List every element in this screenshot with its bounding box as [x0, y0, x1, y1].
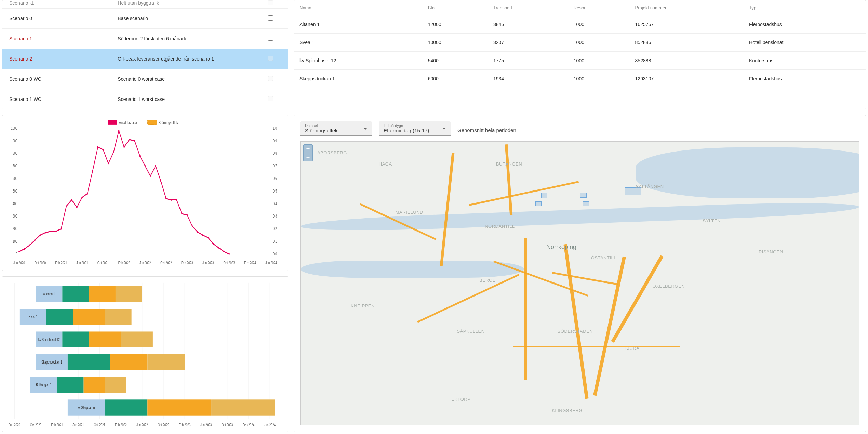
svg-point-45: [71, 199, 72, 201]
map-view[interactable]: Norrköping HAGABUTÄNGENABORSBERGSALTÄNGE…: [300, 141, 859, 425]
svg-point-48: [87, 193, 88, 195]
scenario-checkbox[interactable]: [268, 15, 273, 21]
svg-text:Jun 2021: Jun 2021: [76, 261, 88, 265]
cell-namn: Altanen 1: [294, 15, 423, 34]
map-polygon[interactable]: [583, 201, 589, 206]
col-projekt[interactable]: Projekt nummer: [630, 0, 744, 15]
svg-text:Jun 2023: Jun 2023: [202, 261, 214, 265]
map-aggregate-text: Genomsnitt hela perioden: [457, 124, 516, 133]
table-row[interactable]: Skeppsdockan 16000193410001293107Flerbos…: [294, 70, 866, 88]
map-district-label: KLINGSBERG: [552, 408, 583, 413]
project-table: Namn Bta Transport Resor Projekt nummer …: [294, 0, 866, 88]
svg-point-57: [134, 140, 135, 142]
scenario-name: Scenario -1: [2, 0, 111, 9]
dataset-select[interactable]: Dataset Störningseffekt: [300, 121, 372, 136]
svg-text:Oct 2021: Oct 2021: [97, 261, 109, 265]
map-road: [513, 346, 680, 347]
map-controls: Dataset Störningseffekt Tid på dygn Efte…: [300, 121, 859, 136]
trucks-line-chart[interactable]: 010020030040050060070080090010000.00.10.…: [5, 118, 285, 268]
cell-projekt: 1293107: [630, 70, 744, 88]
cell-typ: Flerbostadshus: [744, 70, 866, 88]
svg-point-35: [18, 251, 19, 252]
cell-namn: Skeppsdockan 1: [294, 70, 423, 88]
table-row[interactable]: kv Spinnhuset 12540017751000852888Kontor…: [294, 52, 866, 70]
map-district-label: ÖSTANTILL: [591, 255, 616, 260]
scenario-desc: Base scenario: [111, 9, 254, 29]
svg-text:kv Skepparen: kv Skepparen: [78, 405, 95, 410]
svg-point-39: [40, 234, 41, 236]
svg-text:0.8: 0.8: [273, 151, 277, 156]
map-polygon[interactable]: [580, 193, 587, 198]
map-road: [505, 144, 512, 215]
scenario-checkbox: [268, 0, 273, 5]
map-road: [493, 261, 588, 297]
svg-point-51: [103, 149, 104, 150]
scenario-row[interactable]: Scenario -1Helt utan byggtrafik: [2, 0, 288, 9]
col-typ[interactable]: Typ: [744, 0, 866, 15]
svg-text:200: 200: [13, 227, 17, 231]
cell-typ: Flerbostadshus: [744, 15, 866, 34]
svg-point-65: [176, 199, 177, 201]
svg-point-36: [24, 248, 25, 250]
scenario-checkbox[interactable]: [268, 36, 273, 41]
scenario-desc: Scenario 1 worst case: [111, 89, 254, 109]
scenario-desc: Helt utan byggtrafik: [111, 0, 254, 9]
svg-text:Jun 2022: Jun 2022: [139, 261, 151, 265]
svg-text:1000: 1000: [11, 126, 17, 130]
table-row[interactable]: Svea 11000032071000852886Hotell pensiona…: [294, 34, 866, 52]
col-namn[interactable]: Namn: [294, 0, 423, 15]
cell-projekt: 852888: [630, 52, 744, 70]
svg-rect-117: [105, 309, 132, 325]
scenario-row[interactable]: Scenario 1Söderport 2 förskjuten 6 månad…: [2, 29, 288, 49]
map-city-label: Norrköping: [546, 244, 576, 251]
svg-text:1.0: 1.0: [273, 126, 277, 130]
svg-text:100: 100: [13, 239, 17, 244]
gantt-chart[interactable]: Jun 2020Oct 2020Feb 2021Jun 2021Oct 2021…: [5, 279, 285, 429]
svg-rect-135: [105, 399, 147, 415]
cell-resor: 1000: [568, 34, 630, 52]
project-list-panel: Namn Bta Transport Resor Projekt nummer …: [294, 0, 866, 109]
svg-point-47: [82, 197, 83, 198]
scenario-row[interactable]: Scenario 0 WCScenario 0 worst case: [2, 69, 288, 89]
dataset-select-label: Dataset: [305, 123, 360, 128]
cell-namn: kv Spinnhuset 12: [294, 52, 423, 70]
cell-transport: 1934: [488, 70, 568, 88]
svg-point-42: [55, 231, 56, 232]
svg-text:Jun 2024: Jun 2024: [265, 261, 277, 265]
cell-typ: Kontorshus: [744, 52, 866, 70]
svg-rect-125: [68, 354, 110, 370]
svg-text:Balkongen 1: Balkongen 1: [36, 382, 52, 387]
svg-point-55: [123, 146, 124, 148]
map-polygon[interactable]: [541, 193, 548, 198]
svg-point-49: [92, 170, 93, 172]
col-transport[interactable]: Transport: [488, 0, 568, 15]
svg-text:0.4: 0.4: [273, 201, 277, 206]
zoom-in-button[interactable]: +: [304, 145, 312, 153]
svg-point-52: [108, 162, 109, 164]
scenario-row[interactable]: Scenario 0Base scenario: [2, 9, 288, 29]
col-resor[interactable]: Resor: [568, 0, 630, 15]
svg-rect-130: [57, 377, 84, 393]
svg-point-41: [50, 231, 51, 232]
trucks-line-chart-panel: 010020030040050060070080090010000.00.10.…: [2, 115, 288, 271]
time-select[interactable]: Tid på dygn Eftermiddag (15-17): [379, 121, 451, 136]
scenario-row[interactable]: Scenario 2Off-peak leveranser utgående f…: [2, 49, 288, 69]
table-row[interactable]: Altanen 112000384510001625757Flerbostads…: [294, 15, 866, 34]
svg-text:0: 0: [16, 252, 17, 256]
svg-text:Oct 2022: Oct 2022: [160, 261, 172, 265]
cell-resor: 1000: [568, 70, 630, 88]
map-district-label: OXELBERGEN: [652, 284, 685, 289]
map-polygon[interactable]: [535, 201, 542, 206]
zoom-out-button[interactable]: –: [304, 153, 312, 161]
scenario-row[interactable]: Scenario 1 WCScenario 1 worst case: [2, 89, 288, 109]
map-district-label: NORDANTILL: [485, 224, 515, 229]
col-bta[interactable]: Bta: [423, 0, 488, 15]
cell-bta: 5400: [423, 52, 488, 70]
svg-text:Störningseffekt: Störningseffekt: [159, 120, 179, 125]
map-district-label: BERGET: [479, 278, 498, 283]
map-road: [440, 153, 455, 266]
svg-point-72: [213, 243, 214, 245]
svg-rect-137: [211, 399, 275, 415]
cell-bta: 12000: [423, 15, 488, 34]
dataset-select-value: Störningseffekt: [305, 128, 339, 133]
